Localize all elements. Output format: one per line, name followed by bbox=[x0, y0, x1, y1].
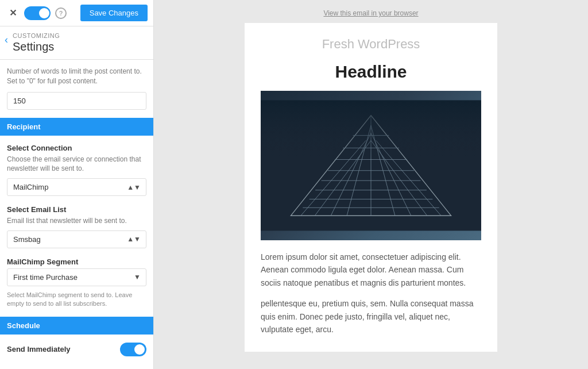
segment-select-wrapper: First time Purchase All Subscribers New … bbox=[7, 268, 146, 286]
left-panel: ✕ ? Save Changes ‹ Customizing Settings … bbox=[0, 0, 154, 369]
email-list-desc: Email list that newsletter will be sent … bbox=[7, 216, 146, 226]
email-list-label: Select Email List bbox=[7, 205, 146, 214]
panel-content: Number of words to limit the post conten… bbox=[0, 60, 153, 369]
help-icon[interactable]: ? bbox=[55, 7, 67, 19]
segment-select[interactable]: First time Purchase All Subscribers New … bbox=[7, 268, 146, 286]
mailchimp-segment-label: MailChimp Segment bbox=[7, 257, 146, 266]
email-container: Fresh WordPress Headline bbox=[245, 23, 497, 352]
email-list-select-wrapper: Smsbag Main List VIP List ▲▼ bbox=[7, 230, 146, 248]
word-limit-description: Number of words to limit the post conten… bbox=[7, 67, 146, 86]
svg-rect-27 bbox=[261, 101, 481, 161]
email-list-select[interactable]: Smsbag Main List VIP List bbox=[7, 230, 146, 248]
close-button[interactable]: ✕ bbox=[6, 6, 20, 20]
back-header: ‹ Customizing Settings bbox=[0, 26, 153, 60]
email-body-text-1: Lorem ipsum dolor sit amet, consectetuer… bbox=[261, 251, 481, 289]
email-hero-image bbox=[261, 91, 481, 240]
connection-select[interactable]: MailChimp SendGrid Mailgun bbox=[7, 178, 146, 196]
right-panel: View this email in your browser Fresh Wo… bbox=[154, 0, 588, 369]
settings-title: Settings bbox=[13, 40, 60, 53]
connection-select-wrapper: MailChimp SendGrid Mailgun ▲▼ bbox=[7, 178, 146, 196]
word-limit-input[interactable] bbox=[7, 92, 146, 110]
save-changes-button[interactable]: Save Changes bbox=[80, 5, 148, 21]
segment-note: Select MailChimp segment to send to. Lea… bbox=[7, 291, 146, 309]
recipient-section-header: Recipient bbox=[0, 118, 153, 136]
toggle-switch[interactable] bbox=[24, 6, 51, 20]
back-arrow-icon[interactable]: ‹ bbox=[5, 34, 8, 45]
select-connection-label: Select Connection bbox=[7, 144, 146, 152]
email-headline: Headline bbox=[261, 62, 481, 82]
header-text: Customizing Settings bbox=[13, 32, 60, 53]
send-immediately-toggle[interactable] bbox=[120, 343, 146, 356]
send-immediately-label: Send Immediately bbox=[7, 345, 71, 353]
schedule-section-header: Schedule bbox=[0, 317, 153, 335]
select-connection-desc: Choose the email service or connection t… bbox=[7, 155, 146, 174]
view-in-browser-link[interactable]: View this email in your browser bbox=[323, 9, 418, 17]
customizing-label: Customizing bbox=[13, 32, 60, 39]
send-immediately-row: Send Immediately bbox=[7, 343, 146, 356]
top-bar: ✕ ? Save Changes bbox=[0, 0, 153, 26]
email-body-text-2: pellentesque eu, pretium quis, sem. Null… bbox=[261, 297, 481, 336]
email-site-name: Fresh WordPress bbox=[261, 37, 481, 52]
